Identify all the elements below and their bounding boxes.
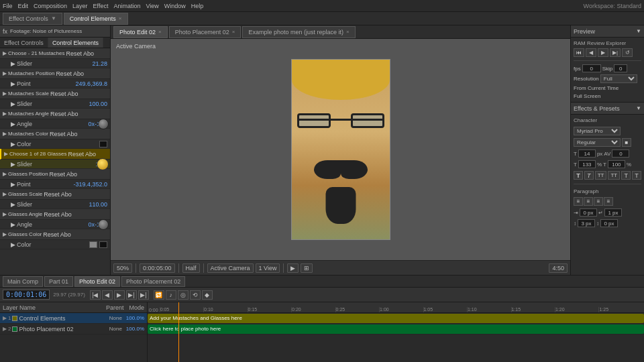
ec-section-glasses-color[interactable]: ▶ Glasses Color Reset Abo xyxy=(0,229,110,240)
timeline-tab-photo-edit02[interactable]: Photo Edit 02 xyxy=(74,276,120,287)
abo-btn-mcolor[interactable]: Abo xyxy=(67,131,78,137)
ec-section-glasses-angle[interactable]: ▶ Glasses Angle Reset Abo xyxy=(0,209,110,220)
tracking-input[interactable] xyxy=(612,149,629,158)
menu-animation[interactable]: Animation xyxy=(113,3,140,9)
sub-btn[interactable]: T xyxy=(632,171,641,180)
mcolor-swatch[interactable] xyxy=(99,141,107,147)
abo-btn-gscale[interactable]: Abo xyxy=(61,191,72,198)
abo-btn-mangle[interactable]: Abo xyxy=(67,111,78,117)
lpanel-tab-control-elements[interactable]: Control Elements xyxy=(48,38,103,48)
tl-bar-2[interactable]: Click here to place photo here xyxy=(148,324,644,334)
reset-btn-gcolor[interactable]: Reset xyxy=(43,231,59,238)
gcolor-swatch[interactable] xyxy=(89,241,97,248)
tl-marker-btn[interactable]: ◆ xyxy=(202,290,213,300)
camera-select[interactable]: Active Camera xyxy=(207,263,254,273)
skip-input[interactable] xyxy=(614,64,627,72)
reset-btn-mustaches[interactable]: Reset xyxy=(66,50,83,57)
timecode-display[interactable]: 0:00:01:06 xyxy=(3,290,50,300)
reset-btn-gpos[interactable]: Reset xyxy=(50,171,66,178)
lpanel-tab-effect-controls[interactable]: Effect Controls xyxy=(0,38,48,48)
menu-layer[interactable]: Layer xyxy=(72,3,88,9)
play-btn[interactable]: ▶ xyxy=(598,48,608,57)
abo-btn-gchoose[interactable]: Abo xyxy=(85,151,96,158)
tl-ram-preview-btn[interactable]: 🔁 xyxy=(154,290,164,300)
reset-btn-gscale[interactable]: Reset xyxy=(44,191,60,198)
reset-btn-mscale[interactable]: Reset xyxy=(50,90,66,97)
tl-go-end-btn[interactable]: ▶| xyxy=(138,290,149,300)
abo-btn-gpos[interactable]: Abo xyxy=(66,171,77,178)
resolution-select[interactable]: Full Half Quarter xyxy=(600,74,637,83)
ec-section-glasses-pos[interactable]: ▶ Glasses Position Reset Abo xyxy=(0,169,110,180)
play-to-end-btn[interactable]: ⏮ xyxy=(574,48,584,57)
abo-btn-mustaches[interactable]: Abo xyxy=(83,50,94,57)
leading-input[interactable] xyxy=(578,160,596,168)
baseline-input[interactable] xyxy=(608,160,625,168)
mscale-slider-value[interactable]: 100.00 xyxy=(89,101,107,107)
zoom-select[interactable]: 50% xyxy=(113,263,132,273)
glasses-slider-knob[interactable] xyxy=(97,158,109,170)
abo-btn-gcolor[interactable]: Abo xyxy=(60,231,71,238)
timeline-tab-part01[interactable]: Part 01 xyxy=(44,276,73,287)
tl-solo-btn[interactable]: ◎ xyxy=(178,290,189,300)
timeline-tab-main-comp[interactable]: Main Comp xyxy=(3,276,43,287)
font-style-select[interactable]: Regular xyxy=(574,138,621,147)
align-center-btn[interactable]: ≡ xyxy=(584,197,593,206)
tl-row-photo-placement[interactable]: ▶ 2 Photo Placement 02 None 100.0% xyxy=(0,324,147,335)
reset-view-btn[interactable]: ⊞ xyxy=(301,263,313,273)
loop-btn[interactable]: ↺ xyxy=(622,48,633,57)
tl-row-control-elements[interactable]: ▶ 1 Control Elements None 100.0% xyxy=(0,313,147,324)
align-justify-btn[interactable]: ≡ xyxy=(604,197,613,206)
small-caps-btn[interactable]: TT xyxy=(608,171,620,180)
align-left-btn[interactable]: ≡ xyxy=(574,197,583,206)
abo-btn-mpos[interactable]: Abo xyxy=(73,70,84,77)
time-display[interactable]: 4:50 xyxy=(549,263,568,273)
preview-collapse-icon[interactable]: ▼ xyxy=(636,28,641,34)
half-select[interactable]: Half xyxy=(182,263,200,273)
ec-section-mustaches-angle[interactable]: ▶ Mustaches Angle Reset Abo xyxy=(0,109,110,119)
font-size-input[interactable] xyxy=(578,149,596,158)
tl-play-btn[interactable]: ▶ xyxy=(114,290,125,300)
menu-help[interactable]: Help xyxy=(191,3,204,9)
align-right-btn[interactable]: ≡ xyxy=(594,197,603,206)
space-before-input[interactable] xyxy=(578,219,595,227)
tl-loop-btn[interactable]: ⟲ xyxy=(190,290,201,300)
mpos-point-value[interactable]: 249.6,369.8 xyxy=(75,80,107,87)
super-btn[interactable]: T xyxy=(621,171,631,180)
view-select[interactable]: 1 View xyxy=(256,263,280,273)
reset-btn-gangle[interactable]: Reset xyxy=(44,211,60,218)
ec-section-mustaches[interactable]: ▶ Choose - 21 Mustaches Reset Abo xyxy=(0,48,110,59)
slider1-value[interactable]: 21.28 xyxy=(92,60,107,67)
menu-effect[interactable]: Effect xyxy=(93,3,109,9)
italic-btn[interactable]: T xyxy=(584,171,594,180)
effects-panel-collapse-icon[interactable]: ▼ xyxy=(636,105,641,111)
font-color-swatch[interactable]: ■ xyxy=(622,138,631,147)
tl-step-fwd-btn[interactable]: ▶| xyxy=(126,290,137,300)
gcolor-swatch2[interactable] xyxy=(99,241,107,248)
render-btn[interactable]: ▶ xyxy=(287,263,299,273)
ec-section-mustaches-scale[interactable]: ▶ Mustaches Scale Reset Abo xyxy=(0,88,110,99)
menu-edit[interactable]: Edit xyxy=(18,3,29,9)
step-fwd-btn[interactable]: ▶| xyxy=(610,48,621,57)
comp-view[interactable]: Active Camera xyxy=(111,39,570,260)
ec-section-mustaches-pos[interactable]: ▶ Mustaches Position Reset Abo xyxy=(0,68,110,79)
comp-tab-photoplacement02[interactable]: Photo Placement 02 × xyxy=(169,26,241,38)
abo-btn-mscale[interactable]: Abo xyxy=(67,90,78,97)
tl-go-start-btn[interactable]: |◀ xyxy=(90,290,101,300)
reset-btn-mpos[interactable]: Reset xyxy=(56,70,72,77)
tl-bar-1[interactable]: Add your Mustaches and Glasses here xyxy=(148,314,644,323)
timeline-tab-photo-placement02[interactable]: Photo Placement 02 xyxy=(121,276,185,287)
tl-step-back-btn[interactable]: ◀ xyxy=(102,290,113,300)
reset-btn-mangle[interactable]: Reset xyxy=(50,111,66,117)
step-back-btn[interactable]: ◀ xyxy=(586,48,596,57)
gpos-point-value[interactable]: -319.4,352.0 xyxy=(73,181,107,188)
menu-window[interactable]: Window xyxy=(164,3,186,9)
space-after-input[interactable] xyxy=(600,219,618,227)
reset-btn-gchoose[interactable]: Reset xyxy=(68,151,84,158)
fps-input[interactable] xyxy=(582,64,601,72)
glasses-angle-dial[interactable] xyxy=(98,219,109,230)
ec-section-glasses-choose[interactable]: ▶ Choose 1 of 28 Glasses Reset Abo xyxy=(0,149,110,160)
menu-view[interactable]: View xyxy=(146,3,158,9)
timecode-display[interactable]: 0:00:05:00 xyxy=(140,263,175,273)
gscale-slider-value[interactable]: 110.00 xyxy=(89,201,107,208)
abo-btn-gangle[interactable]: Abo xyxy=(61,211,72,218)
